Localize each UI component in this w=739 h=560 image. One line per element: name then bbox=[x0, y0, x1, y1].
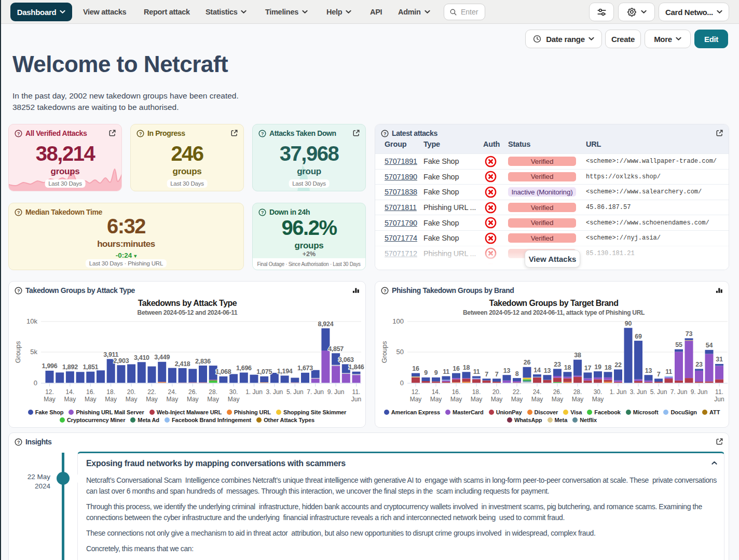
svg-text:13: 13 bbox=[503, 367, 511, 374]
svg-text:50: 50 bbox=[396, 348, 404, 356]
svg-text:2,903: 2,903 bbox=[114, 357, 129, 365]
svg-text:24.: 24. bbox=[533, 388, 542, 396]
svg-text:?: ? bbox=[261, 131, 264, 136]
svg-text:9. Jun: 9. Jun bbox=[327, 388, 345, 396]
svg-text:16.: 16. bbox=[86, 388, 95, 396]
svg-text:Groups: Groups bbox=[380, 341, 388, 363]
svg-text:11: 11 bbox=[473, 368, 480, 375]
svg-text:1,696: 1,696 bbox=[236, 365, 252, 372]
svg-text:May: May bbox=[228, 396, 240, 403]
svg-text:23: 23 bbox=[554, 361, 561, 368]
svg-text:May: May bbox=[430, 396, 442, 403]
svg-text:9: 9 bbox=[434, 369, 438, 376]
svg-text:16.: 16. bbox=[452, 388, 461, 396]
svg-text:26.: 26. bbox=[553, 388, 562, 396]
svg-text:18: 18 bbox=[564, 364, 571, 371]
svg-text:10k: 10k bbox=[26, 317, 37, 325]
svg-text:23: 23 bbox=[695, 361, 703, 368]
svg-text:1,996: 1,996 bbox=[42, 362, 58, 370]
svg-text:90: 90 bbox=[625, 320, 632, 327]
svg-text:May: May bbox=[511, 396, 523, 403]
svg-text:8: 8 bbox=[515, 370, 519, 377]
svg-text:3,063: 3,063 bbox=[338, 356, 354, 363]
svg-text:30.: 30. bbox=[594, 388, 603, 396]
svg-text:May: May bbox=[471, 396, 483, 403]
svg-text:Between 2024-05-12 and 2024-06: Between 2024-05-12 and 2024-06-11, attac… bbox=[463, 309, 645, 316]
svg-text:73: 73 bbox=[686, 330, 693, 338]
svg-text:7: 7 bbox=[657, 371, 661, 378]
svg-text:100: 100 bbox=[392, 317, 404, 325]
svg-text:1,194: 1,194 bbox=[277, 368, 293, 375]
svg-text:May: May bbox=[44, 396, 56, 403]
svg-text:Jun: Jun bbox=[351, 396, 361, 403]
svg-text:20.: 20. bbox=[127, 388, 136, 396]
svg-text:18: 18 bbox=[605, 364, 612, 371]
svg-text:22.: 22. bbox=[513, 388, 522, 396]
svg-text:30.: 30. bbox=[229, 388, 238, 396]
svg-text:14.: 14. bbox=[66, 388, 75, 396]
svg-text:May: May bbox=[105, 396, 117, 403]
svg-text:5. Jun: 5. Jun bbox=[650, 388, 667, 396]
svg-text:8,924: 8,924 bbox=[318, 320, 334, 328]
svg-text:28.: 28. bbox=[573, 388, 582, 396]
svg-text:Jun: Jun bbox=[714, 396, 724, 403]
svg-text:May: May bbox=[126, 396, 138, 403]
svg-text:Between 2024-05-12 and 2024-06: Between 2024-05-12 and 2024-06-11 bbox=[138, 309, 238, 316]
svg-text:May: May bbox=[167, 396, 179, 403]
svg-text:28.: 28. bbox=[209, 388, 217, 396]
svg-text:5. Jun: 5. Jun bbox=[286, 388, 304, 396]
svg-text:1. Jun: 1. Jun bbox=[610, 388, 627, 396]
svg-text:1,846: 1,846 bbox=[349, 363, 364, 371]
svg-text:May: May bbox=[187, 396, 199, 403]
svg-text:4,857: 4,857 bbox=[328, 345, 344, 353]
svg-text:May: May bbox=[207, 396, 219, 403]
svg-text:?: ? bbox=[139, 131, 142, 136]
svg-text:13: 13 bbox=[544, 367, 551, 374]
svg-text:May: May bbox=[572, 396, 584, 403]
svg-text:12.: 12. bbox=[412, 388, 420, 396]
svg-text:May: May bbox=[552, 396, 564, 403]
svg-text:1,075: 1,075 bbox=[256, 368, 272, 375]
svg-text:Takedowns by Attack Type: Takedowns by Attack Type bbox=[138, 299, 237, 307]
svg-text:May: May bbox=[64, 396, 76, 403]
svg-text:3. Jun: 3. Jun bbox=[630, 388, 647, 396]
svg-text:May: May bbox=[491, 396, 503, 403]
svg-text:5k: 5k bbox=[30, 348, 37, 356]
svg-text:19: 19 bbox=[594, 363, 601, 371]
svg-text:22: 22 bbox=[614, 361, 622, 369]
svg-text:16: 16 bbox=[453, 365, 460, 372]
svg-text:13: 13 bbox=[645, 367, 652, 374]
svg-text:May: May bbox=[410, 396, 422, 403]
svg-text:18: 18 bbox=[463, 364, 470, 371]
svg-text:20.: 20. bbox=[492, 388, 501, 396]
svg-text:0: 0 bbox=[400, 379, 404, 387]
svg-text:11: 11 bbox=[443, 368, 449, 375]
svg-text:May: May bbox=[146, 396, 158, 403]
svg-text:14: 14 bbox=[533, 367, 541, 374]
svg-text:?: ? bbox=[384, 131, 386, 136]
svg-text:3,410: 3,410 bbox=[134, 354, 149, 361]
svg-text:?: ? bbox=[17, 131, 20, 136]
svg-text:1,673: 1,673 bbox=[297, 365, 313, 372]
svg-text:1. Jun: 1. Jun bbox=[245, 388, 263, 396]
svg-text:?: ? bbox=[17, 439, 20, 444]
svg-text:1,851: 1,851 bbox=[83, 363, 98, 371]
svg-text:26: 26 bbox=[524, 359, 531, 366]
svg-text:2,418: 2,418 bbox=[175, 360, 190, 368]
svg-text:?: ? bbox=[17, 209, 20, 215]
svg-text:12.: 12. bbox=[45, 388, 54, 396]
svg-text:11: 11 bbox=[665, 368, 672, 375]
svg-text:3. Jun: 3. Jun bbox=[266, 388, 283, 396]
svg-text:May: May bbox=[85, 396, 97, 403]
svg-text:54: 54 bbox=[706, 342, 713, 349]
svg-text:22.: 22. bbox=[147, 388, 156, 396]
svg-text:31: 31 bbox=[716, 356, 723, 363]
svg-text:Groups: Groups bbox=[14, 341, 22, 363]
svg-text:2,836: 2,836 bbox=[195, 358, 211, 365]
svg-text:May: May bbox=[531, 396, 543, 403]
svg-text:?: ? bbox=[261, 209, 264, 215]
svg-text:?: ? bbox=[384, 288, 386, 293]
svg-text:11.: 11. bbox=[715, 388, 723, 396]
svg-text:1,068: 1,068 bbox=[216, 368, 231, 375]
svg-text:18.: 18. bbox=[106, 388, 115, 396]
